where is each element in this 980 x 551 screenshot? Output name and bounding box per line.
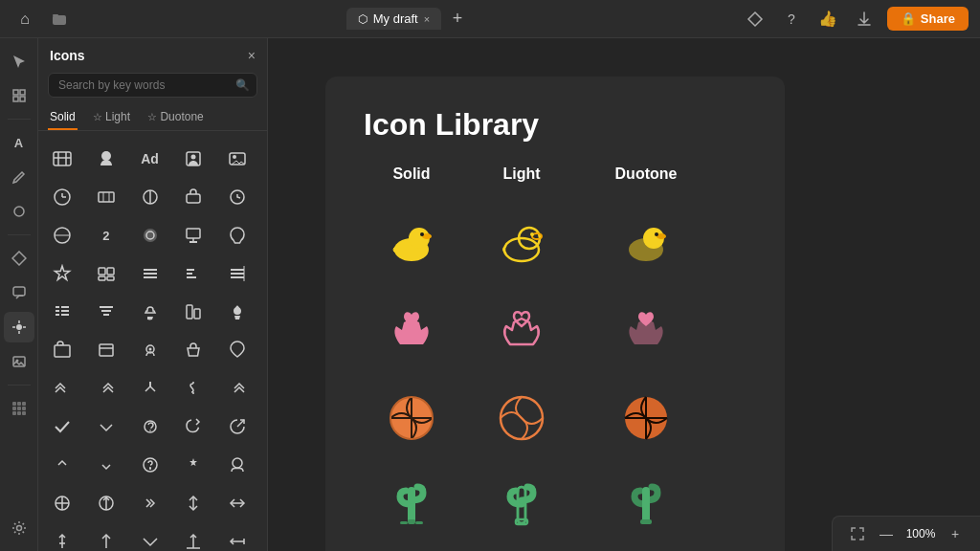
download-button[interactable]: [851, 6, 878, 33]
list-item[interactable]: [132, 485, 168, 521]
home-icon[interactable]: ⌂: [11, 6, 38, 33]
list-item[interactable]: [219, 408, 256, 445]
plugin-tool[interactable]: [4, 312, 34, 342]
list-item[interactable]: [88, 485, 124, 521]
list-item[interactable]: [175, 217, 212, 253]
active-tab[interactable]: ⬡ My draft ×: [346, 8, 441, 30]
list-item[interactable]: [44, 523, 80, 551]
list-item[interactable]: [44, 485, 80, 521]
list-item[interactable]: [44, 294, 80, 330]
list-item[interactable]: [175, 141, 212, 177]
pen-tool[interactable]: [4, 162, 34, 192]
hands-light-showcase[interactable]: [459, 286, 584, 374]
move-tool[interactable]: [4, 46, 34, 77]
list-item[interactable]: [44, 217, 80, 253]
list-item[interactable]: [132, 179, 168, 215]
list-item[interactable]: [88, 370, 124, 407]
list-item[interactable]: [132, 217, 168, 253]
cactus-solid-showcase[interactable]: [364, 462, 459, 550]
list-item[interactable]: [219, 523, 256, 551]
duck-solid-showcase[interactable]: [364, 198, 459, 286]
shape-tool[interactable]: [4, 196, 34, 227]
diamond-icon[interactable]: [742, 6, 768, 33]
settings-bottom-icon[interactable]: [4, 513, 34, 543]
list-item[interactable]: [132, 255, 168, 292]
list-item[interactable]: [88, 447, 124, 483]
list-item[interactable]: [175, 179, 212, 215]
list-item[interactable]: [219, 255, 256, 292]
list-item[interactable]: [132, 408, 168, 445]
list-item[interactable]: Ad: [132, 141, 168, 177]
list-item[interactable]: [175, 447, 212, 483]
library-title: Icon Library: [364, 107, 746, 143]
text-tool[interactable]: A: [4, 127, 34, 158]
thumbs-up-icon[interactable]: 👍: [814, 6, 841, 33]
comment-tool[interactable]: [4, 277, 34, 308]
icons-grid-container[interactable]: Ad 2: [38, 137, 267, 551]
list-item[interactable]: [44, 332, 80, 368]
zoom-out-button[interactable]: —: [875, 522, 898, 545]
cactus-light-showcase[interactable]: [459, 462, 584, 550]
list-item[interactable]: [88, 332, 124, 368]
list-item[interactable]: [88, 255, 124, 292]
list-item[interactable]: [88, 294, 124, 330]
list-item[interactable]: [219, 370, 256, 407]
basketball-duotone-showcase[interactable]: [584, 374, 708, 462]
duck-light-showcase[interactable]: [459, 198, 584, 286]
cactus-duotone-showcase[interactable]: [584, 462, 708, 550]
list-item[interactable]: [88, 141, 124, 177]
list-item[interactable]: [88, 179, 124, 215]
list-item[interactable]: [132, 523, 168, 551]
grid-tool[interactable]: [4, 393, 34, 424]
list-item[interactable]: [219, 294, 256, 330]
list-item[interactable]: [175, 370, 212, 407]
list-item[interactable]: [175, 485, 212, 521]
list-item[interactable]: [219, 217, 256, 253]
list-item[interactable]: [88, 408, 124, 445]
list-item[interactable]: [175, 255, 212, 292]
list-item[interactable]: [219, 447, 256, 483]
share-button[interactable]: 🔒 Share: [887, 7, 969, 31]
panel-close-button[interactable]: ×: [248, 48, 256, 63]
share-lock-icon: 🔒: [901, 11, 916, 26]
list-item[interactable]: [175, 294, 212, 330]
hands-solid-showcase[interactable]: [364, 286, 459, 374]
list-item[interactable]: [44, 447, 80, 483]
list-item[interactable]: [44, 370, 80, 407]
basketball-light-showcase[interactable]: [459, 374, 584, 462]
list-item[interactable]: [175, 332, 212, 368]
tab-solid[interactable]: Solid: [48, 105, 78, 130]
frame-tool[interactable]: [4, 80, 34, 111]
folder-icon[interactable]: [46, 6, 73, 33]
top-bar-left: ⌂: [11, 6, 73, 33]
list-item[interactable]: [44, 255, 80, 292]
component-tool[interactable]: [4, 243, 34, 274]
new-tab-button[interactable]: +: [447, 9, 468, 30]
tab-duotone[interactable]: ☆ Duotone: [145, 105, 206, 130]
list-item[interactable]: [219, 332, 256, 368]
list-item[interactable]: 2: [88, 217, 124, 253]
list-item[interactable]: [132, 294, 168, 330]
list-item[interactable]: [219, 179, 256, 215]
list-item[interactable]: [44, 141, 80, 177]
image-tool[interactable]: [4, 346, 34, 377]
hands-duotone-showcase[interactable]: [584, 286, 708, 374]
list-item[interactable]: [219, 141, 256, 177]
help-icon[interactable]: ?: [778, 6, 805, 33]
list-item[interactable]: [175, 523, 212, 551]
list-item[interactable]: [132, 447, 168, 483]
list-item[interactable]: [132, 370, 168, 407]
list-item[interactable]: [88, 523, 124, 551]
tab-light[interactable]: ☆ Light: [91, 105, 132, 130]
search-input[interactable]: [48, 73, 257, 98]
fit-width-icon[interactable]: [846, 522, 869, 545]
duck-duotone-showcase[interactable]: [584, 198, 708, 286]
zoom-in-button[interactable]: +: [944, 522, 967, 545]
list-item[interactable]: [175, 408, 212, 445]
tab-close-button[interactable]: ×: [424, 13, 430, 25]
list-item[interactable]: [44, 179, 80, 215]
list-item[interactable]: [219, 485, 256, 521]
list-item[interactable]: [44, 408, 80, 445]
basketball-solid-showcase[interactable]: [364, 374, 459, 462]
list-item[interactable]: [132, 332, 168, 368]
